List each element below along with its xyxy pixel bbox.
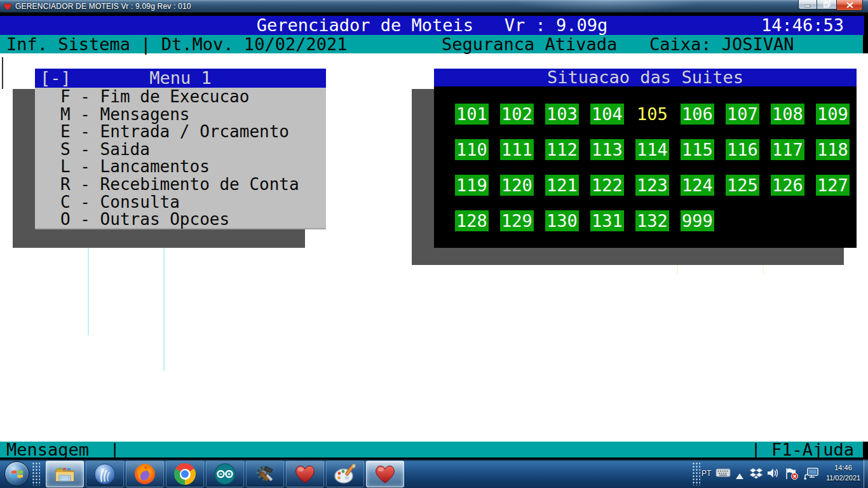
suite-131[interactable]: 131 bbox=[590, 210, 624, 231]
taskbar-moteis-heart[interactable] bbox=[286, 461, 324, 487]
suites-window-shadow bbox=[434, 248, 844, 265]
screen-artifact-cyan-line bbox=[88, 247, 89, 336]
suite-121[interactable]: 121 bbox=[545, 175, 579, 196]
cashier-name: Caixa: JOSIVAN bbox=[649, 35, 794, 53]
screen-artifact-line bbox=[2, 57, 3, 89]
minimize-button[interactable] bbox=[798, 0, 817, 10]
close-button[interactable] bbox=[836, 0, 863, 11]
menu-item-m[interactable]: M - Mensagens bbox=[35, 106, 326, 124]
suite-113[interactable]: 113 bbox=[590, 139, 624, 160]
menu-window-shadow bbox=[13, 89, 35, 248]
window-titlebar: GERENCIADOR DE MOTEIS Vr : 9.09g Rev : 0… bbox=[0, 0, 868, 13]
suite-row: 119120121122123124125126127 bbox=[455, 175, 857, 196]
system-info-and-date: Inf. Sistema | Dt.Mov. 10/02/2021 bbox=[6, 35, 347, 53]
menu-title: Menu 1 bbox=[149, 68, 212, 88]
menu-window-shadow bbox=[35, 229, 305, 248]
taskbar-winbox[interactable] bbox=[86, 461, 124, 487]
suite-999[interactable]: 999 bbox=[681, 210, 714, 231]
suite-132[interactable]: 132 bbox=[635, 210, 669, 231]
menu-item-f[interactable]: F - Fim de Execucao bbox=[35, 88, 326, 106]
paint-palette-icon bbox=[333, 463, 357, 485]
suite-105[interactable]: 105 bbox=[635, 104, 669, 125]
menu-item-o[interactable]: O - Outras Opcoes bbox=[35, 211, 326, 229]
taskbar-arduino[interactable] bbox=[206, 461, 244, 487]
taskbar-moteis-heart-active[interactable] bbox=[366, 461, 404, 487]
status-bar: Mensagem | | F1-Ajuda bbox=[0, 442, 863, 458]
suite-102[interactable]: 102 bbox=[500, 104, 534, 125]
start-button[interactable] bbox=[4, 461, 29, 486]
screen-artifact-cyan-line bbox=[163, 247, 165, 371]
taskbar-firefox[interactable] bbox=[126, 461, 164, 487]
taskbar-paint[interactable] bbox=[326, 461, 364, 487]
suite-109[interactable]: 109 bbox=[816, 104, 850, 125]
suite-116[interactable]: 116 bbox=[726, 139, 759, 160]
suite-120[interactable]: 120 bbox=[500, 175, 534, 196]
keyboard-icon[interactable] bbox=[715, 468, 731, 480]
suite-101[interactable]: 101 bbox=[455, 104, 489, 125]
app-title: Gerenciador de Moteis Vr : 9.09g bbox=[0, 16, 864, 35]
menu-collapse-control[interactable]: [-] bbox=[40, 69, 71, 88]
suite-114[interactable]: 114 bbox=[635, 139, 669, 160]
menu-item-e[interactable]: E - Entrada / Orcamento bbox=[35, 123, 326, 141]
suite-127[interactable]: 127 bbox=[816, 175, 850, 196]
suite-117[interactable]: 117 bbox=[771, 139, 804, 160]
firefox-icon bbox=[133, 463, 156, 485]
suite-112[interactable]: 112 bbox=[545, 139, 579, 160]
suites-window: Situacao das Suites 10110210310410510610… bbox=[434, 69, 857, 248]
app-header-bar: Gerenciador de Moteis Vr : 9.09g 14:46:5… bbox=[0, 16, 864, 35]
network-icon[interactable] bbox=[804, 468, 819, 482]
taskbar-windows-explorer[interactable] bbox=[46, 461, 84, 487]
suite-108[interactable]: 108 bbox=[771, 104, 804, 125]
taskbar-grip bbox=[32, 462, 40, 485]
dropbox-icon[interactable] bbox=[750, 468, 763, 482]
menu-list: F - Fim de ExecucaoM - MensagensE - Entr… bbox=[35, 88, 326, 229]
action-center-flag-icon[interactable] bbox=[785, 468, 799, 482]
suite-104[interactable]: 104 bbox=[590, 104, 624, 125]
heart-icon bbox=[374, 463, 397, 485]
suite-119[interactable]: 119 bbox=[455, 175, 489, 196]
folder-icon bbox=[54, 465, 76, 483]
hammer-gear-icon bbox=[254, 463, 276, 485]
menu-item-r[interactable]: R - Recebimento de Conta bbox=[35, 176, 326, 194]
taskbar-chrome[interactable] bbox=[166, 461, 204, 487]
show-desktop-button[interactable] bbox=[864, 459, 868, 488]
tray-time: 14:46 bbox=[824, 463, 863, 473]
suite-115[interactable]: 115 bbox=[681, 139, 714, 160]
suite-row: 128129130131132999 bbox=[455, 210, 857, 231]
menu-item-l[interactable]: L - Lancamentos bbox=[35, 158, 326, 176]
show-hidden-icons-arrow[interactable] bbox=[736, 470, 743, 482]
suite-129[interactable]: 129 bbox=[500, 210, 534, 231]
suites-window-shadow bbox=[412, 89, 434, 265]
suite-122[interactable]: 122 bbox=[590, 175, 624, 196]
app-heart-icon bbox=[3, 2, 12, 13]
suite-103[interactable]: 103 bbox=[545, 104, 579, 125]
statusbar-right-edge bbox=[863, 442, 868, 458]
suite-111[interactable]: 111 bbox=[500, 139, 534, 160]
chrome-icon bbox=[174, 463, 196, 485]
suite-128[interactable]: 128 bbox=[455, 210, 489, 231]
suite-118[interactable]: 118 bbox=[816, 139, 850, 160]
speaker-icon[interactable] bbox=[767, 468, 780, 481]
restore-button[interactable] bbox=[817, 0, 836, 10]
titlebar-glow bbox=[512, 0, 703, 13]
arduino-icon bbox=[214, 463, 236, 485]
screen-artifact-faint-line bbox=[677, 265, 678, 274]
menu-item-c[interactable]: C - Consulta bbox=[35, 194, 326, 212]
app-subheader-bar: Inf. Sistema | Dt.Mov. 10/02/2021 Segura… bbox=[0, 35, 863, 53]
tray-clock[interactable]: 14:46 11/02/2021 bbox=[824, 463, 863, 483]
suite-106[interactable]: 106 bbox=[681, 104, 714, 125]
suite-126[interactable]: 126 bbox=[771, 175, 804, 196]
suite-row: 110111112113114115116117118 bbox=[455, 139, 857, 160]
taskbar-system-tools[interactable] bbox=[246, 461, 284, 487]
suite-107[interactable]: 107 bbox=[726, 104, 759, 125]
security-status: Seguranca Ativada bbox=[442, 35, 617, 53]
subheader-right-edge bbox=[863, 35, 868, 53]
suite-124[interactable]: 124 bbox=[681, 175, 714, 196]
window-title: GERENCIADOR DE MOTEIS Vr : 9.09g Rev : 0… bbox=[15, 2, 191, 11]
menu-item-s[interactable]: S - Saida bbox=[35, 141, 326, 159]
suite-125[interactable]: 125 bbox=[726, 175, 759, 196]
suite-110[interactable]: 110 bbox=[455, 139, 489, 160]
suite-130[interactable]: 130 bbox=[545, 210, 579, 231]
suite-123[interactable]: 123 bbox=[635, 175, 669, 196]
language-indicator[interactable]: PT bbox=[702, 469, 711, 478]
